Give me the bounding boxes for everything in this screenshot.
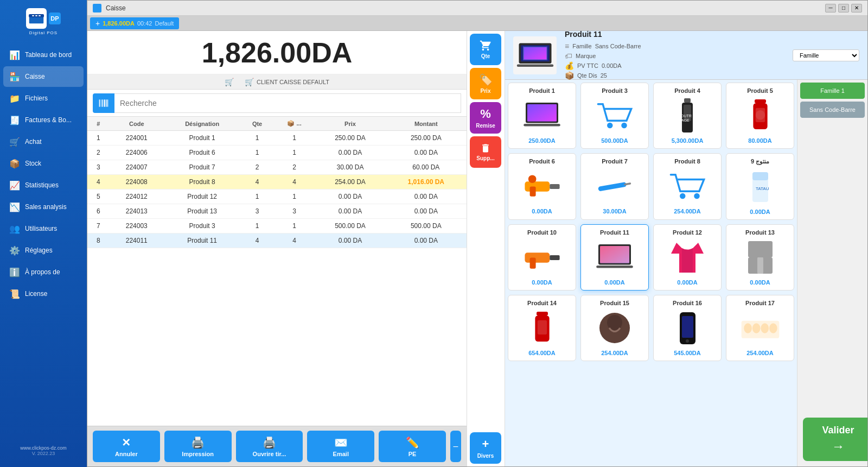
sidebar-item-label-factures: Factures & Bo... (25, 116, 72, 124)
product-card-img-p17 (731, 309, 789, 347)
product-card-p12[interactable]: Produit 12 0.00DA (653, 224, 722, 291)
caisse-minimize-btn[interactable]: ─ (825, 4, 836, 12)
product-card-p11[interactable]: Produit 11 0.00DA (580, 224, 649, 291)
product-card-p16[interactable]: Produit 16 545.00DA (653, 295, 722, 361)
product-card-p8[interactable]: Produit 8 254.00DA (653, 153, 722, 220)
cell-prix: 254.00 DA (315, 175, 385, 190)
famille-btn-famille1[interactable]: Famille 1 (800, 83, 865, 99)
client-btn[interactable]: 🛒 CLIENT CAISSE DEFAULT (245, 78, 329, 86)
sidebar-item-sales[interactable]: 📉 Sales analysis (3, 197, 84, 217)
product-card-p6[interactable]: Produit 6 0.00DA (508, 153, 576, 220)
more-btn[interactable]: – (450, 431, 461, 462)
sidebar-item-label-caisse: Caisse (25, 73, 45, 80)
product-card-p3[interactable]: Produit 3 500.00DA (580, 83, 649, 149)
cell-extra: 1 (274, 219, 315, 234)
valider-btn[interactable]: Valider → (803, 418, 867, 461)
product-card-img-p11 (585, 238, 644, 276)
annuler-btn[interactable]: ✕ Annuler (93, 431, 160, 462)
product-card-p14[interactable]: Produit 14 654.00DA (508, 295, 576, 361)
sidebar-item-dashboard[interactable]: 📊 Tableau de bord (3, 45, 84, 65)
svg-rect-33 (529, 186, 535, 196)
tab-name: Default (155, 20, 174, 27)
divers-btn[interactable]: + Divers (470, 432, 501, 464)
sidebar-item-apropos[interactable]: ℹ️ À propos de (3, 262, 84, 282)
sidebar-item-achat[interactable]: 🛒 Achat (3, 131, 84, 152)
table-row[interactable]: 4 224008 Produit 8 4 4 254.00 DA 1,016.0… (87, 175, 467, 190)
prix-btn[interactable]: 🏷️ Prix (470, 68, 501, 99)
marque-row: 🏷 Marque (565, 52, 784, 60)
right-panel: Produit 11 ≡ Famille Sans Code-Barre 🏷 M… (505, 31, 867, 466)
supp-btn[interactable]: Supp... (470, 136, 501, 168)
svg-text:OUTR: OUTR (681, 114, 692, 118)
product-card-p5[interactable]: Produit 5 80.00DA (726, 83, 794, 149)
tab-time: 00:42 (137, 20, 152, 27)
famille-dropdown[interactable]: Famille Famille 1 Sans Code-Barre (793, 49, 859, 61)
product-card-p7[interactable]: Produit 7 30.00DA (580, 153, 649, 220)
table-row[interactable]: 5 224012 Produit 12 1 1 0.00 DA 0.00 DA (87, 190, 467, 204)
svg-rect-4 (39, 15, 41, 16)
cart-btn[interactable]: 🛒 (225, 78, 234, 86)
table-row[interactable]: 6 224013 Produit 13 3 3 0.00 DA 0.00 DA (87, 204, 467, 219)
app-body: DP Digital POS 📊 Tableau de bord 🏪 Caiss… (0, 0, 868, 467)
search-input[interactable] (114, 93, 461, 113)
cell-code: 224008 (110, 175, 164, 190)
table-row[interactable]: 3 224007 Produit 7 2 2 30.00 DA 60.00 DA (87, 160, 467, 175)
sidebar-item-utilisateurs[interactable]: 👥 Utilisateurs (3, 218, 84, 239)
product-card-p17[interactable]: Produit 17 254.00DA (726, 295, 794, 361)
sidebar-item-reglages[interactable]: ⚙️ Réglages (3, 240, 84, 261)
sidebar-item-factures[interactable]: 🧾 Factures & Bo... (3, 110, 84, 130)
product-card-p10[interactable]: Produit 10 0.00DA (508, 224, 576, 291)
svg-point-64 (761, 323, 769, 333)
cell-qte: 2 (240, 160, 273, 175)
svg-text:AGE: AGE (681, 118, 690, 122)
product-card-name-p15: Produit 15 (585, 300, 644, 306)
product-card-p9[interactable]: منتوج 9 TATAU 0.00DA (726, 153, 794, 220)
sidebar-item-statistiques[interactable]: 📈 Statistiques (3, 175, 84, 195)
svg-rect-32 (550, 184, 559, 188)
qte-btn[interactable]: Qte (470, 34, 501, 65)
svg-rect-47 (600, 246, 629, 263)
product-card-p13[interactable]: Produit 13 0.00DA (726, 224, 794, 291)
caisse-tab[interactable]: + 1,826.00DA 00:42 Default (90, 17, 179, 29)
divers-icon: + (482, 437, 489, 451)
ouvrirtir-btn[interactable]: 🖨️ Ouvrire tir... (236, 431, 303, 462)
remise-btn[interactable]: % Remise (470, 102, 501, 134)
cell-qte: 1 (240, 146, 273, 160)
caisse-icon: 🏪 (9, 71, 21, 83)
cell-montant: 60.00 DA (386, 160, 467, 175)
cell-designation: Produit 7 (164, 160, 240, 175)
prix-icon: 🏷️ (479, 73, 493, 86)
pe-btn[interactable]: ✏️ PE (379, 431, 446, 462)
product-card-name-p16: Produit 16 (658, 300, 717, 306)
col-header-prix: Prix (315, 117, 385, 131)
marque-row-label: Marque (576, 53, 596, 59)
product-card-p15[interactable]: Produit 15 254.00DA (580, 295, 649, 361)
col-header-designation: Désignation (164, 117, 240, 131)
products-area: Produit 1 250.00DA Produit 3 500.00DA Pr… (505, 80, 867, 466)
impression-btn[interactable]: 🖨️ Impression (164, 431, 232, 462)
sidebar-logo-text: Digital POS (29, 30, 58, 35)
famille-btn-sans-code[interactable]: Sans Code-Barre (800, 102, 865, 118)
sidebar-item-caisse[interactable]: 🏪 Caisse (3, 66, 84, 87)
email-btn[interactable]: ✉️ Email (307, 431, 374, 462)
product-card-name-p6: Produit 6 (513, 158, 571, 165)
sidebar-item-license[interactable]: 📜 License (3, 283, 84, 304)
caisse-maximize-btn[interactable]: □ (838, 4, 849, 12)
sidebar-item-fichiers[interactable]: 📁 Fichiers (3, 88, 84, 109)
sidebar-item-label-dashboard: Tableau de bord (25, 51, 72, 59)
product-card-p1[interactable]: Produit 1 250.00DA (508, 83, 576, 149)
cell-extra: 4 (274, 175, 315, 190)
table-row[interactable]: 1 224001 Produit 1 1 1 250.00 DA 250.00 … (87, 131, 467, 146)
table-row[interactable]: 7 224003 Produit 3 1 1 500.00 DA 500.00 … (87, 219, 467, 234)
cell-num: 3 (87, 160, 110, 175)
divers-label: Divers (477, 453, 494, 459)
table-row[interactable]: 2 224006 Produit 6 1 1 0.00 DA 0.00 DA (87, 146, 467, 160)
famille-btn-label-sans: Sans Code-Barre (809, 106, 856, 113)
main-content: 👤 ▼ Nom d'utilisateur: admin 2022-10-02 … (87, 0, 868, 467)
sidebar-item-stock[interactable]: 📦 Stock (3, 153, 84, 174)
table-row[interactable]: 8 224011 Produit 11 4 4 0.00 DA 0.00 DA (87, 234, 467, 248)
pe-icon: ✏️ (406, 436, 419, 449)
product-card-p4[interactable]: Produit 4 OUTRAGE 5,300.00DA (653, 83, 722, 149)
caisse-close-btn[interactable]: ✕ (851, 4, 862, 12)
tab-bar: + 1,826.00DA 00:42 Default (87, 16, 867, 31)
